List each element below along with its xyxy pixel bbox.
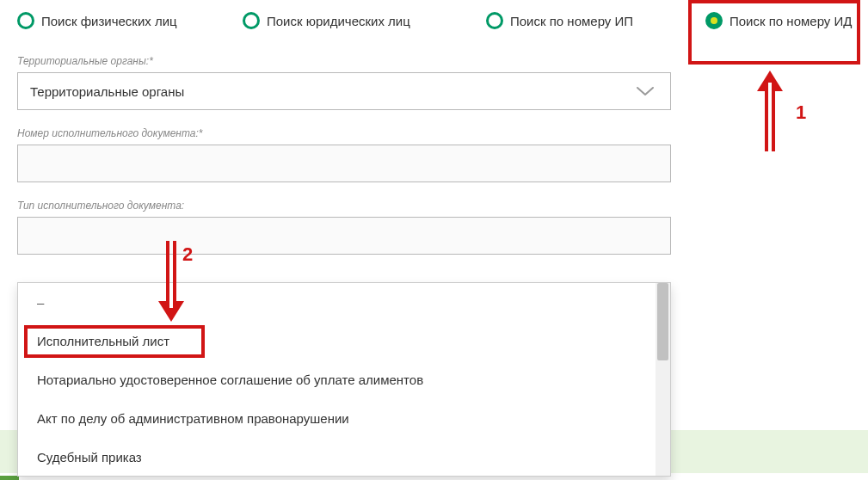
dropdown-scrollbar[interactable] (656, 283, 670, 476)
territory-value: Территориальные органы (30, 84, 184, 99)
tab-legal[interactable]: Поиск юридических лиц (243, 12, 486, 29)
doc-number-input[interactable] (17, 145, 671, 182)
doc-type-input[interactable] (17, 217, 671, 255)
territory-label: Территориальные органы:* (17, 55, 671, 67)
search-form: Территориальные органы:* Территориальные… (0, 55, 688, 255)
tab-label: Поиск физических лиц (41, 14, 177, 28)
dropdown-item-ispolnitelny-list[interactable]: Исполнительный лист (18, 322, 670, 360)
search-type-tabs: Поиск физических лиц Поиск юридических л… (0, 0, 868, 38)
tab-id-number[interactable]: Поиск по номеру ИД (705, 12, 868, 29)
radio-icon (486, 12, 503, 29)
doc-number-label: Номер исполнительного документа:* (17, 127, 671, 139)
radio-icon (243, 12, 260, 29)
territory-select[interactable]: Территориальные органы (17, 72, 671, 110)
dropdown-item-notarial[interactable]: Нотариально удостоверенное соглашение об… (18, 360, 670, 399)
dropdown-item-sudebny-prikaz[interactable]: Судебный приказ (18, 438, 670, 477)
dropdown-item-label: Судебный приказ (37, 450, 142, 465)
dropdown-item-admin-act[interactable]: Акт по делу об административном правонар… (18, 399, 670, 438)
chevron-down-icon (636, 85, 655, 97)
radio-icon-selected (705, 12, 723, 29)
tab-physical[interactable]: Поиск физических лиц (17, 12, 243, 29)
dropdown-item-label: Исполнительный лист (37, 334, 169, 348)
doc-type-dropdown: – Исполнительный лист Нотариально удосто… (17, 282, 671, 477)
dropdown-item-label: Нотариально удостоверенное соглашение об… (37, 372, 423, 387)
radio-icon (17, 12, 34, 29)
dropdown-item-label: Акт по делу об административном правонар… (37, 411, 349, 426)
tab-ip-number[interactable]: Поиск по номеру ИП (486, 12, 705, 29)
tab-label: Поиск по номеру ИД (729, 14, 852, 28)
tab-label: Поиск юридических лиц (267, 14, 410, 28)
annotation-1-label: 1 (796, 102, 806, 124)
dropdown-item-label: – (37, 295, 44, 310)
doc-type-label: Тип исполнительного документа: (17, 200, 671, 212)
annotation-1-arrow-icon (755, 71, 785, 158)
tab-label: Поиск по номеру ИП (510, 14, 633, 28)
dropdown-item-empty[interactable]: – (18, 283, 670, 322)
page-accent-corner (0, 476, 19, 480)
scrollbar-thumb[interactable] (657, 283, 668, 360)
svg-marker-2 (757, 71, 783, 91)
